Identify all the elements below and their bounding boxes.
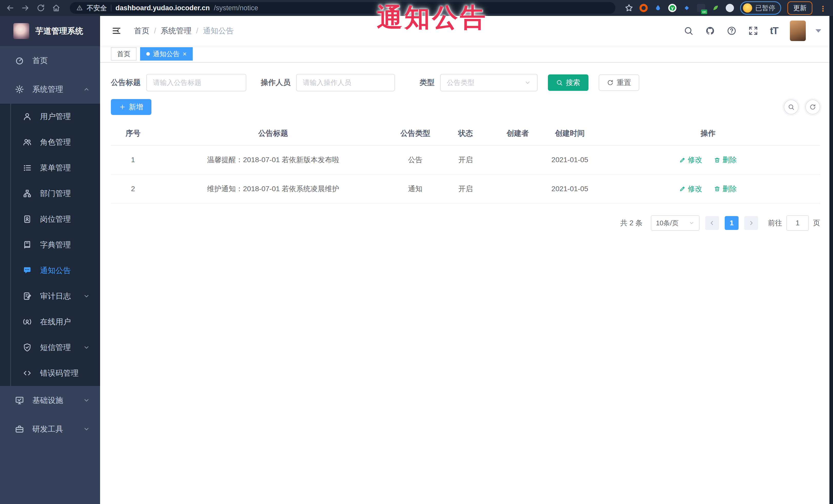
- browser-update-button[interactable]: 更新: [787, 1, 812, 15]
- caret-down-icon[interactable]: [815, 29, 821, 32]
- chevron-down-icon: [524, 79, 531, 86]
- sidebar-logo[interactable]: 芋道管理系统: [0, 16, 100, 46]
- edit-link[interactable]: 修改: [679, 155, 702, 165]
- sidebar-item-audit-log[interactable]: 审计日志: [0, 283, 100, 309]
- bookmark-star-icon[interactable]: [625, 4, 633, 12]
- sidebar-item-dict-mgmt[interactable]: 字典管理: [0, 232, 100, 258]
- trash-icon: [714, 186, 720, 192]
- operator-filter-input[interactable]: [296, 74, 395, 91]
- sidebar-item-label: 短信管理: [40, 342, 71, 353]
- sidebar-item-system[interactable]: 系统管理: [0, 75, 100, 104]
- cell-title: 维护通知：2018-07-01 若依系统凌晨维护: [155, 174, 391, 203]
- delete-link[interactable]: 删除: [714, 184, 737, 194]
- type-select[interactable]: 公告类型: [440, 74, 538, 91]
- help-icon[interactable]: [727, 26, 737, 36]
- table-toolbar: 新增: [111, 99, 820, 115]
- sidebar-item-home[interactable]: 首页: [0, 46, 100, 75]
- browser-reload-icon[interactable]: [37, 4, 45, 12]
- extension-orange-icon[interactable]: [640, 4, 648, 12]
- browser-toolbar-right: y on 已暂停 更新: [625, 1, 827, 15]
- reset-button[interactable]: 重置: [599, 74, 639, 91]
- current-page-button[interactable]: 1: [725, 216, 739, 230]
- not-secure-label: 不安全: [87, 4, 107, 13]
- search-icon[interactable]: [684, 26, 693, 36]
- column-header-status: 状态: [439, 122, 492, 145]
- table-row: 2 维护通知：2018-07-01 若依系统凌晨维护 通知 开启 2021-01…: [111, 174, 820, 203]
- extension-leaf-icon[interactable]: [711, 4, 719, 12]
- main-area: 首页 / 系统管理 / 通知公告 tT 首页: [100, 16, 833, 504]
- sidebar-item-sms-mgmt[interactable]: 短信管理: [0, 335, 100, 360]
- browser-home-icon[interactable]: [52, 4, 61, 12]
- cell-type: 公告: [391, 145, 439, 174]
- sidebar-item-user-mgmt[interactable]: 用户管理: [0, 104, 100, 129]
- add-button[interactable]: 新增: [111, 99, 151, 115]
- browser-forward-icon[interactable]: [21, 4, 30, 12]
- trash-icon: [714, 157, 720, 163]
- cell-creator: [492, 174, 544, 203]
- app-window: 芋道管理系统 首页 系统管理 用户管理 角色管理: [0, 16, 833, 504]
- sidebar-item-dept-mgmt[interactable]: 部门管理: [0, 181, 100, 206]
- sidebar-item-label: 部门管理: [40, 188, 71, 199]
- cell-no: 2: [111, 174, 155, 203]
- goto-page-input[interactable]: [786, 215, 809, 231]
- type-filter-label: 类型: [420, 77, 434, 88]
- github-icon[interactable]: [705, 26, 715, 36]
- code-icon: [22, 369, 32, 378]
- delete-link[interactable]: 删除: [714, 155, 737, 165]
- online-users-icon: [22, 317, 32, 326]
- sidebar-item-role-mgmt[interactable]: 角色管理: [0, 129, 100, 155]
- extension-diamond-icon[interactable]: [683, 4, 691, 12]
- search-button[interactable]: 搜索: [548, 74, 589, 91]
- refresh-icon: [607, 79, 614, 86]
- page-size-select[interactable]: 10条/页: [651, 215, 699, 231]
- extension-drop-icon[interactable]: [654, 4, 662, 12]
- url-host: dashboard.yudao.iocoder.cn: [116, 4, 210, 12]
- address-bar[interactable]: 不安全 dashboard.yudao.iocoder.cn /system/n…: [70, 2, 615, 14]
- edit-link[interactable]: 修改: [679, 184, 702, 194]
- tag-notice-active[interactable]: 通知公告 ×: [140, 47, 193, 61]
- browser-menu-icon[interactable]: [818, 3, 827, 13]
- font-size-icon[interactable]: tT: [770, 25, 778, 37]
- sidebar-item-menu-mgmt[interactable]: 菜单管理: [0, 155, 100, 181]
- browser-back-icon[interactable]: [6, 4, 15, 12]
- breadcrumb-system[interactable]: 系统管理: [161, 26, 191, 36]
- sidebar-item-label: 用户管理: [40, 111, 71, 122]
- browser-profile-button[interactable]: 已暂停: [740, 1, 781, 15]
- browser-scrollbar[interactable]: [829, 16, 833, 504]
- sidebar-item-online-users[interactable]: 在线用户: [0, 309, 100, 335]
- sidebar-item-notice[interactable]: 通知公告: [0, 258, 100, 283]
- system-submenu: 用户管理 角色管理 菜单管理 部门管理 岗位管理: [0, 104, 100, 386]
- browser-chrome: 不安全 dashboard.yudao.iocoder.cn /system/n…: [0, 0, 833, 16]
- breadcrumb-home[interactable]: 首页: [134, 26, 149, 36]
- delete-link-label: 删除: [722, 155, 737, 165]
- title-filter-input[interactable]: [146, 74, 246, 91]
- next-page-button[interactable]: [744, 216, 758, 230]
- sidebar-collapse-icon[interactable]: [111, 26, 122, 36]
- breadcrumb-separator: /: [154, 26, 156, 35]
- close-icon[interactable]: ×: [183, 51, 187, 57]
- sidebar-item-devtools[interactable]: 研发工具: [0, 415, 100, 443]
- extension-on-badge-icon[interactable]: on: [697, 4, 705, 12]
- user-avatar[interactable]: [790, 21, 806, 41]
- prev-page-button[interactable]: [705, 216, 719, 230]
- reset-button-label: 重置: [617, 78, 631, 88]
- column-header-no: 序号: [111, 122, 155, 145]
- sidebar-item-infrastructure[interactable]: 基础设施: [0, 386, 100, 415]
- dictionary-icon: [22, 240, 32, 249]
- extension-puzzle-icon[interactable]: [726, 4, 734, 12]
- tag-home[interactable]: 首页: [111, 47, 137, 61]
- cell-created: 2021-01-05: [544, 174, 596, 203]
- monitor-icon: [15, 396, 25, 405]
- total-count-label: 共 2 条: [620, 218, 643, 228]
- sidebar-item-post-mgmt[interactable]: 岗位管理: [0, 206, 100, 232]
- logo-image: [13, 23, 29, 39]
- tag-label: 通知公告: [153, 50, 180, 58]
- toggle-search-button[interactable]: [784, 100, 799, 115]
- filter-form: 公告标题 操作人员 类型 公告类型 搜索: [111, 74, 820, 91]
- chevron-down-icon: [689, 220, 694, 226]
- extension-green-icon[interactable]: y: [668, 4, 676, 12]
- column-header-title: 公告标题: [155, 122, 391, 145]
- refresh-table-button[interactable]: [805, 100, 820, 115]
- sidebar-item-error-code[interactable]: 错误码管理: [0, 360, 100, 386]
- fullscreen-icon[interactable]: [748, 26, 758, 36]
